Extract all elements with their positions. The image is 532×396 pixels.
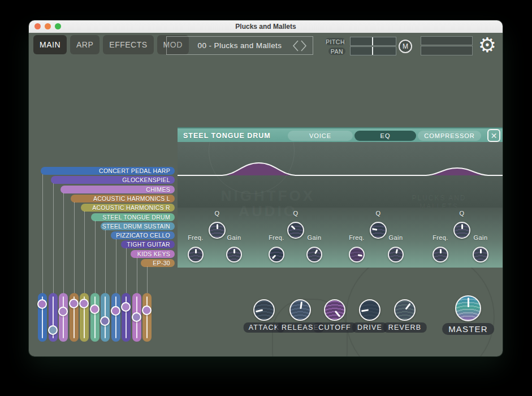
panel-tab-compressor[interactable]: COMPRESSOR — [418, 131, 481, 141]
mixer-fader-track[interactable] — [142, 293, 152, 342]
knob-pointer — [286, 220, 306, 241]
eq-gain-knob[interactable] — [306, 247, 322, 262]
mixer-fader-track[interactable] — [90, 293, 100, 342]
mixer-label-pill[interactable]: STEEL TONGUE DRUM — [91, 213, 175, 221]
panel-close-button[interactable]: ✕ — [487, 129, 500, 142]
mixer-label-pill[interactable]: EP-30 — [141, 259, 175, 267]
attack-knob[interactable] — [253, 299, 275, 321]
mixer-fader-slot — [115, 296, 116, 338]
plugin-window: Plucks and Mallets MAINARPEFFECTSMOD 00 … — [29, 20, 503, 356]
pan-label: PAN — [328, 48, 345, 55]
zoom-window-button[interactable] — [55, 23, 61, 29]
mixer-label-pill[interactable]: PIZZICATO CELLO — [111, 231, 175, 239]
nav-tab-arp[interactable]: ARP — [70, 35, 100, 54]
knob-pointer-line — [468, 298, 469, 307]
mixer-fader-handle[interactable] — [142, 305, 152, 315]
mixer-fader-handle[interactable] — [100, 316, 110, 326]
panel-title: STEEL TONGUE DRUM — [183, 128, 271, 143]
knob-pointer-line — [480, 249, 482, 253]
cutoff-knob[interactable] — [324, 299, 345, 321]
knob-pointer — [358, 299, 380, 321]
knob-pointer — [289, 299, 311, 321]
eq-gain-knob[interactable] — [226, 247, 242, 262]
eq-freq-knob[interactable] — [349, 247, 365, 262]
mixer-connector-line — [116, 239, 116, 293]
mixer-fader-handle[interactable] — [111, 306, 120, 316]
mixer-label-pill[interactable]: GLOCKENSPIEL — [51, 176, 175, 184]
pitch-slider-handle[interactable] — [372, 37, 373, 45]
release-knob[interactable] — [289, 299, 311, 321]
mixer-fader-handle[interactable] — [37, 299, 47, 309]
eq-freq-knob[interactable] — [188, 247, 204, 262]
mixer-fader-track[interactable] — [38, 293, 47, 342]
mixer-fader-handle[interactable] — [90, 304, 100, 314]
mixer-fader-track[interactable] — [70, 293, 79, 342]
knob-pointer-line — [291, 225, 296, 230]
mixer-connector-line — [53, 183, 54, 293]
mixer-connector-line — [137, 257, 137, 293]
preset-selector[interactable]: 00 - Plucks and Mallets — [166, 36, 313, 55]
knob-pointer-line — [217, 224, 218, 229]
eq-freq-knob[interactable] — [269, 247, 284, 262]
mixer-label-pill[interactable]: TIGHT GUITAR — [121, 240, 175, 248]
pitch-slider[interactable] — [350, 37, 396, 46]
knob-pointer-line — [272, 255, 276, 259]
mixer-fader-track[interactable] — [122, 293, 131, 342]
mixer-connector-line — [147, 266, 148, 293]
preset-next-icon[interactable] — [300, 39, 308, 53]
mixer-label-pill[interactable]: STEEL DRUM SUSTAIN — [101, 222, 175, 230]
titlebar[interactable]: Plucks and Mallets — [29, 20, 503, 33]
panel-tab-voice[interactable]: VOICE — [288, 131, 353, 141]
mixer-fader-handle[interactable] — [79, 299, 89, 308]
knob-pointer — [267, 245, 286, 264]
pan-slider-handle[interactable] — [372, 47, 373, 55]
settings-gear-icon[interactable]: ⚙ — [477, 35, 498, 56]
mixer-label-pill[interactable]: ACOUSTIC HARMONICS L — [71, 195, 175, 203]
knob-pointer-line — [461, 224, 463, 229]
eq-gain-knob[interactable] — [473, 247, 488, 262]
mixer-connector-line — [95, 221, 96, 294]
mixer-label-pill[interactable]: CONCERT PEDAL HARP — [41, 167, 175, 175]
knob-pointer-line — [314, 249, 318, 253]
mixer-label-pill[interactable]: KIDS KEYS — [131, 250, 175, 258]
mixer-fader-handle[interactable] — [69, 299, 79, 308]
eq-q-knob[interactable] — [287, 222, 304, 239]
drive-label: DRIVE — [352, 322, 387, 333]
mute-button[interactable]: M — [399, 40, 412, 53]
mixer-label-pill[interactable]: CHIMES — [60, 186, 175, 193]
cutoff-label: CUTOFF — [313, 322, 356, 333]
master-label: MASTER — [442, 323, 494, 335]
mixer-fader-handle[interactable] — [58, 307, 68, 316]
mixer-fader-handle[interactable] — [132, 312, 141, 322]
reverb-knob[interactable] — [394, 299, 416, 321]
drive-knob[interactable] — [359, 299, 380, 321]
screen: Plucks and Mallets MAINARPEFFECTSMOD 00 … — [0, 0, 532, 396]
close-window-button[interactable] — [34, 23, 41, 29]
mixer-fader-handle[interactable] — [121, 302, 131, 312]
mixer-fader-handle[interactable] — [48, 325, 58, 335]
knob-pointer-line — [256, 309, 263, 313]
eq-freq-knob[interactable] — [432, 247, 448, 262]
nav-tab-main[interactable]: MAIN — [33, 35, 67, 54]
preset-arrows — [291, 39, 308, 53]
mixer-fader-track[interactable] — [49, 293, 58, 342]
mixer-fader-track[interactable] — [80, 293, 89, 342]
mixer-fader-track[interactable] — [101, 293, 110, 342]
eq-gain-knob[interactable] — [388, 247, 404, 262]
mixer-connector-line — [63, 193, 64, 293]
pan-slider[interactable] — [350, 46, 396, 55]
nav-tab-effects[interactable]: EFFECTS — [103, 35, 153, 54]
mixer-fader-track[interactable] — [111, 293, 120, 342]
eq-q-knob[interactable] — [209, 222, 226, 239]
preset-prev-icon[interactable] — [291, 39, 300, 53]
mixer-label-pill[interactable]: ACOUSTIC HARMONICS R — [81, 204, 175, 212]
panel-tab-eq[interactable]: EQ — [354, 131, 416, 141]
master-knob[interactable] — [455, 295, 481, 321]
mixer-fader-track[interactable] — [59, 293, 68, 342]
eq-q-knob[interactable] — [453, 222, 470, 239]
panel-header: STEEL TONGUE DRUM VOICEEQCOMPRESSOR ✕ — [178, 127, 503, 142]
mixer-fader-track[interactable] — [132, 293, 141, 342]
eq-q-knob[interactable] — [370, 222, 387, 239]
mixer-connector-line — [74, 202, 75, 293]
minimize-window-button[interactable] — [45, 23, 51, 29]
